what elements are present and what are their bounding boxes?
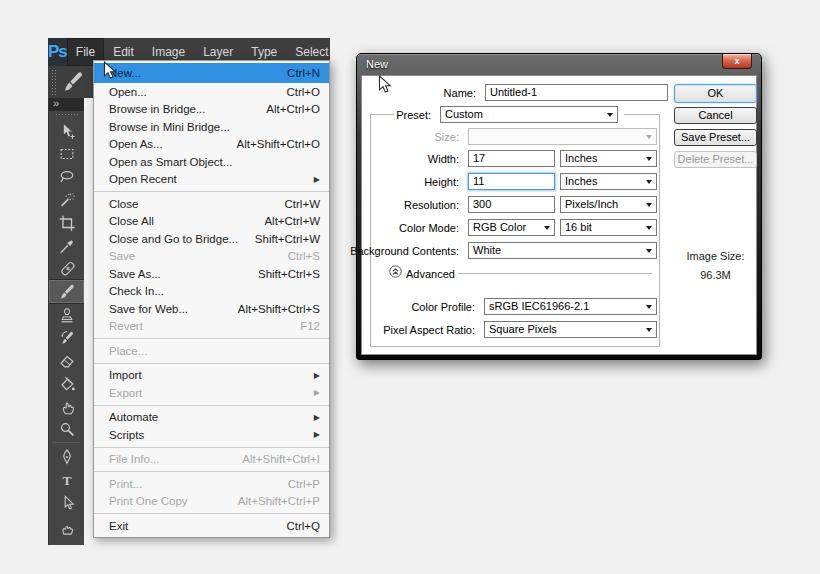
menu-item-shortcut: Shift+Ctrl+W [243, 233, 320, 245]
menu-item-save-as[interactable]: Save As...Shift+Ctrl+S [94, 265, 329, 283]
menu-item-close-and-go-to-bridge[interactable]: Close and Go to Bridge...Shift+Ctrl+W [94, 230, 329, 248]
height-input[interactable]: 11 [468, 173, 555, 190]
menu-item-label: Save [109, 250, 135, 262]
menu-separator [94, 405, 329, 406]
chevron-down-icon [646, 249, 652, 253]
save-preset-button[interactable]: Save Preset... [674, 129, 757, 146]
menu-item-label: Open as Smart Object... [109, 156, 232, 168]
menu-item-label: Scripts [109, 429, 144, 441]
healing-brush-tool[interactable] [49, 257, 84, 280]
menu-item-shortcut: Ctrl+N [275, 67, 320, 79]
lasso-tool[interactable] [49, 165, 84, 188]
color-profile-label: Color Profile: [411, 301, 475, 313]
smudge-tool[interactable] [49, 395, 84, 418]
menu-separator [94, 447, 329, 448]
menu-item-label: Import [109, 369, 142, 381]
menu-item-scripts[interactable]: Scripts▶ [94, 426, 329, 444]
close-button[interactable]: x [722, 54, 752, 69]
history-brush-tool[interactable] [49, 326, 84, 349]
name-input[interactable]: Untitled-1 [485, 84, 668, 101]
menu-separator [94, 338, 329, 339]
menu-item-label: Save for Web... [109, 303, 188, 315]
submenu-arrow-icon: ▶ [314, 175, 320, 184]
type-tool[interactable]: T [49, 468, 84, 491]
panel-grip[interactable] [49, 111, 84, 119]
clone-stamp-tool[interactable] [49, 303, 84, 326]
resolution-label: Resolution: [404, 199, 459, 211]
menu-item-label: Export [109, 387, 142, 399]
clone-stamp-tool-icon [58, 306, 76, 324]
advanced-label[interactable]: Advanced [406, 268, 455, 280]
menu-item-open-recent[interactable]: Open Recent▶ [94, 171, 329, 189]
chevron-down-icon [646, 305, 652, 309]
menu-item-shortcut: Alt+Shift+Ctrl+O [225, 138, 320, 150]
menu-item-shortcut: Alt+Shift+Ctrl+I [230, 453, 320, 465]
menu-item-label: Close and Go to Bridge... [109, 233, 238, 245]
lasso-tool-icon [58, 168, 76, 186]
resolution-input[interactable]: 300 [468, 196, 555, 213]
menu-item-shortcut: Ctrl+P [276, 478, 320, 490]
mouse-cursor-on-new-item [103, 61, 117, 81]
menu-item-label: Automate [109, 411, 158, 423]
preset-label: Preset: [396, 109, 431, 121]
bit-depth-dropdown[interactable]: 16 bit [560, 219, 657, 236]
crop-tool[interactable] [49, 211, 84, 234]
menu-item-open[interactable]: Open...Ctrl+O [94, 83, 329, 101]
menu-item-save-for-web[interactable]: Save for Web...Alt+Shift+Ctrl+S [94, 300, 329, 318]
marquee-tool[interactable] [49, 142, 84, 165]
dodge-tool[interactable] [49, 418, 84, 441]
advanced-collapse-icon[interactable] [389, 265, 402, 280]
tool-group-separator [53, 442, 80, 443]
selection-tool-icon [58, 494, 76, 512]
image-size-value: 96.3M [674, 269, 757, 281]
preset-dropdown[interactable]: Custom [440, 106, 618, 123]
menu-item-automate[interactable]: Automate▶ [94, 409, 329, 427]
eraser-tool[interactable] [49, 349, 84, 372]
close-icon: x [734, 56, 739, 66]
paint-bucket-tool[interactable] [49, 372, 84, 395]
menu-item-check-in[interactable]: Check In... [94, 283, 329, 301]
menu-item-label: Browse in Mini Bridge... [109, 121, 230, 133]
color-profile-dropdown[interactable]: sRGB IEC61966-2.1 [484, 298, 657, 315]
screenshot-root: Ps FileEditImageLayerTypeSelectFilter » … [0, 0, 820, 574]
menu-item-exit[interactable]: ExitCtrl+Q [94, 517, 329, 535]
menu-item-open-as[interactable]: Open As...Alt+Shift+Ctrl+O [94, 136, 329, 154]
eyedropper-tool[interactable] [49, 234, 84, 257]
menu-item-new[interactable]: New...Ctrl+N [94, 63, 329, 83]
menu-item-browse-in-bridge[interactable]: Browse in Bridge...Alt+Ctrl+O [94, 101, 329, 119]
brush-preview-icon [61, 70, 85, 94]
magic-wand-tool[interactable] [49, 188, 84, 211]
brush-tool[interactable] [49, 280, 84, 303]
ok-button[interactable]: OK [674, 84, 757, 103]
menu-item-import[interactable]: Import▶ [94, 367, 329, 385]
menu-item-shortcut: F12 [288, 320, 320, 332]
move-tool[interactable] [49, 119, 84, 142]
menu-item-close[interactable]: CloseCtrl+W [94, 195, 329, 213]
menu-item-open-as-smart-object[interactable]: Open as Smart Object... [94, 153, 329, 171]
selection-tool[interactable] [49, 491, 84, 514]
chevron-down-icon [646, 157, 652, 161]
resolution-unit-dropdown[interactable]: Pixels/Inch [560, 196, 657, 213]
height-unit-dropdown[interactable]: Inches [560, 173, 657, 190]
pen-tool[interactable] [49, 445, 84, 468]
pixel-aspect-ratio-dropdown[interactable]: Square Pixels [484, 321, 657, 338]
chevron-down-icon [646, 203, 652, 207]
move-tool-icon [58, 122, 76, 140]
menu-item-browse-in-mini-bridge[interactable]: Browse in Mini Bridge... [94, 118, 329, 136]
menu-item-file-info: File Info...Alt+Shift+Ctrl+I [94, 451, 329, 469]
background-contents-dropdown[interactable]: White [468, 242, 657, 259]
menu-item-export: Export▶ [94, 384, 329, 402]
color-mode-dropdown[interactable]: RGB Color [468, 219, 555, 236]
submenu-arrow-icon: ▶ [314, 413, 320, 422]
brush-tool-icon [61, 70, 85, 94]
submenu-arrow-icon: ▶ [314, 371, 320, 380]
menu-item-save: SaveCtrl+S [94, 248, 329, 266]
chevron-down-icon [607, 113, 613, 117]
hand-tool[interactable] [49, 514, 84, 537]
menu-item-close-all[interactable]: Close AllAlt+Ctrl+W [94, 213, 329, 231]
healing-brush-tool-icon [58, 260, 76, 278]
width-input[interactable]: 17 [468, 150, 555, 167]
width-unit-dropdown[interactable]: Inches [560, 150, 657, 167]
collapse-panel-icon[interactable]: » [49, 98, 84, 111]
cancel-button[interactable]: Cancel [674, 107, 757, 124]
